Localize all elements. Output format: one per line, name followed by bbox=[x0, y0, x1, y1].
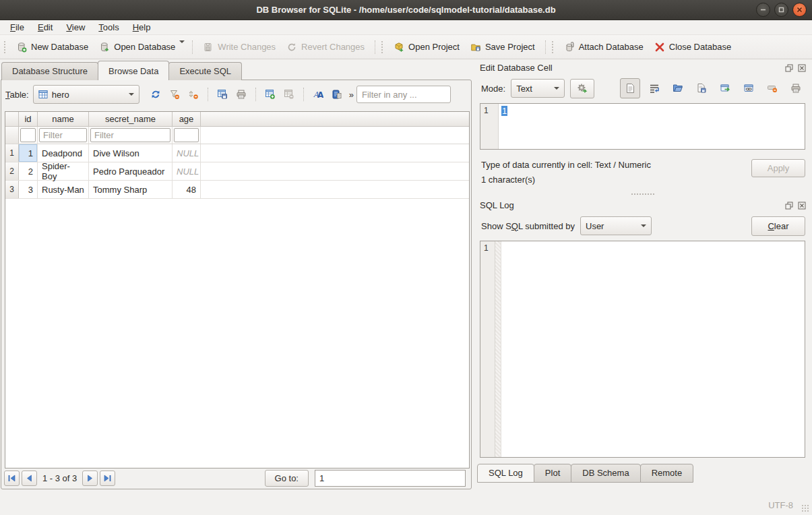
jump-to-cell-button[interactable] bbox=[327, 85, 346, 104]
tab-plot[interactable]: Plot bbox=[534, 464, 571, 483]
apply-button[interactable]: Apply bbox=[751, 159, 805, 177]
sql-log-dock-titlebar[interactable]: SQL Log bbox=[473, 197, 812, 212]
cell-name[interactable]: Rusty-Man bbox=[38, 181, 89, 198]
filter-input-age[interactable] bbox=[174, 128, 199, 142]
goto-input[interactable]: 1 bbox=[315, 470, 466, 487]
cell-editor-content[interactable]: 1 bbox=[499, 104, 805, 149]
open-project-button[interactable]: Open Project bbox=[388, 38, 465, 56]
toolbar-separator bbox=[192, 40, 193, 54]
tab-sql-log[interactable]: SQL Log bbox=[477, 464, 534, 483]
show-sql-select[interactable]: User bbox=[580, 216, 652, 235]
row-number[interactable]: 3 bbox=[5, 181, 19, 198]
tab-browse-data[interactable]: Browse Data bbox=[98, 61, 169, 80]
menu-help[interactable]: Help bbox=[127, 21, 157, 34]
attach-database-button[interactable]: Attach Database bbox=[559, 38, 649, 56]
menu-edit[interactable]: Edit bbox=[32, 21, 59, 34]
menu-view[interactable]: View bbox=[60, 21, 91, 34]
revert-changes-label: Revert Changes bbox=[301, 42, 365, 52]
cell-age[interactable]: NULL bbox=[173, 144, 201, 162]
column-header-name[interactable]: name bbox=[38, 112, 89, 126]
cell-age[interactable]: 48 bbox=[173, 181, 201, 198]
tab-execute-sql[interactable]: Execute SQL bbox=[168, 62, 242, 80]
close-database-button[interactable]: Close Database bbox=[649, 38, 737, 56]
filter-input-name[interactable]: Filter bbox=[39, 128, 87, 142]
cell-age[interactable]: NULL bbox=[173, 162, 201, 180]
table-select[interactable]: hero bbox=[33, 85, 139, 104]
mode-select[interactable]: Text bbox=[511, 79, 565, 98]
print-cell-button[interactable] bbox=[786, 79, 805, 98]
maximize-button[interactable] bbox=[774, 3, 788, 17]
open-database-dropdown-arrow[interactable] bbox=[179, 40, 185, 43]
resize-grip[interactable] bbox=[801, 504, 810, 513]
close-button[interactable] bbox=[792, 3, 807, 17]
save-results-button[interactable] bbox=[213, 85, 232, 104]
clear-filters-button[interactable] bbox=[165, 85, 184, 104]
dock-tab-bar: SQL Log Plot DB Schema Remote bbox=[473, 462, 812, 483]
dock-float-button[interactable] bbox=[784, 63, 794, 73]
column-header-secret-name[interactable]: secret_name bbox=[89, 112, 173, 126]
delete-record-button[interactable] bbox=[280, 85, 299, 104]
filter-input-secret-name[interactable]: Filter bbox=[90, 128, 170, 142]
revert-changes-button[interactable]: Revert Changes bbox=[281, 38, 370, 56]
cell-name[interactable]: Spider-Boy bbox=[38, 162, 89, 180]
filter-cell-name[interactable]: Filter bbox=[38, 127, 89, 144]
menu-file[interactable]: File bbox=[4, 21, 30, 34]
goto-button[interactable]: Go to: bbox=[265, 470, 309, 487]
font-button[interactable]: AA bbox=[309, 85, 327, 104]
last-page-button[interactable] bbox=[100, 471, 115, 486]
import-cell-button[interactable] bbox=[668, 79, 687, 98]
word-wrap-button[interactable] bbox=[645, 79, 664, 98]
dock-float-button[interactable] bbox=[784, 200, 794, 210]
new-database-button[interactable]: New Database bbox=[11, 38, 94, 56]
cell-id[interactable]: 3 bbox=[19, 181, 38, 198]
corner-header[interactable] bbox=[5, 112, 19, 126]
open-database-button[interactable]: Open Database bbox=[94, 38, 181, 56]
dock-close-button[interactable] bbox=[797, 63, 807, 73]
encoding-label[interactable]: UTF-8 bbox=[768, 500, 793, 510]
open-external-button[interactable] bbox=[716, 79, 735, 98]
previous-page-button[interactable] bbox=[22, 471, 37, 486]
cell-id[interactable]: 2 bbox=[19, 162, 38, 180]
filter-cell-secret-name[interactable]: Filter bbox=[89, 127, 173, 144]
cell-editor[interactable]: 1 1 bbox=[480, 103, 805, 150]
title-bar[interactable]: DB Browser for SQLite - /home/user/code/… bbox=[0, 0, 812, 20]
tab-db-schema[interactable]: DB Schema bbox=[571, 464, 640, 483]
cell-secret-name[interactable]: Tommy Sharp bbox=[89, 181, 173, 198]
cell-id[interactable]: 1 bbox=[19, 144, 38, 162]
print-button[interactable] bbox=[232, 85, 251, 104]
refresh-button[interactable] bbox=[146, 85, 165, 104]
cell-secret-name[interactable]: Pedro Parqueador bbox=[89, 162, 173, 180]
cell-secret-name[interactable]: Dive Wilson bbox=[89, 144, 173, 162]
next-page-button[interactable] bbox=[82, 471, 98, 486]
save-project-button[interactable]: Save Project bbox=[465, 38, 540, 56]
sql-log-editor[interactable]: 1 bbox=[480, 241, 805, 458]
first-page-button[interactable] bbox=[4, 471, 20, 486]
write-changes-button[interactable]: Write Changes bbox=[197, 38, 281, 56]
column-header-id[interactable]: id bbox=[19, 112, 38, 126]
clear-log-button[interactable]: Clear bbox=[751, 216, 805, 236]
column-header-age[interactable]: age bbox=[173, 112, 201, 126]
clear-sorting-button[interactable] bbox=[184, 85, 203, 104]
row-number[interactable]: 2 bbox=[5, 162, 19, 180]
auto-apply-button[interactable] bbox=[570, 79, 594, 98]
minimize-button[interactable] bbox=[756, 3, 770, 17]
filter-cell-age[interactable] bbox=[173, 127, 201, 144]
row-number[interactable]: 1 bbox=[5, 144, 19, 162]
filter-input-id[interactable] bbox=[20, 128, 36, 142]
dock-splitter[interactable] bbox=[473, 191, 812, 197]
copy-link-button[interactable] bbox=[739, 79, 758, 98]
text-mode-toggle[interactable] bbox=[620, 78, 640, 98]
edit-cell-dock-titlebar[interactable]: Edit Database Cell bbox=[473, 59, 812, 75]
set-null-button[interactable] bbox=[763, 79, 782, 98]
export-cell-button[interactable] bbox=[692, 79, 711, 98]
insert-record-button[interactable] bbox=[261, 85, 280, 104]
tab-remote[interactable]: Remote bbox=[640, 464, 694, 483]
filter-any-input[interactable]: Filter in any ... bbox=[356, 86, 451, 103]
cell-name[interactable]: Deadpond bbox=[38, 144, 89, 162]
filter-cell-id[interactable] bbox=[19, 127, 38, 144]
tab-database-structure[interactable]: Database Structure bbox=[1, 62, 98, 80]
sql-log-content[interactable] bbox=[501, 241, 805, 457]
menu-tools[interactable]: Tools bbox=[92, 21, 125, 34]
dock-close-button[interactable] bbox=[797, 200, 807, 210]
toolbar-overflow-chevron[interactable]: » bbox=[349, 90, 354, 100]
